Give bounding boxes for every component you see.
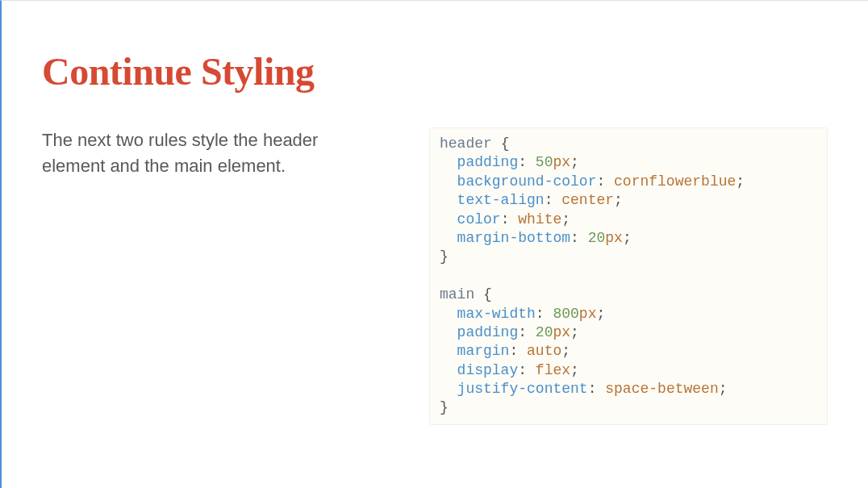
css-selector: header xyxy=(440,136,492,152)
css-brace: } xyxy=(440,399,449,415)
css-property: margin-bottom xyxy=(457,230,570,246)
css-brace: { xyxy=(501,136,510,152)
css-number: 20 xyxy=(536,324,553,340)
css-selector: main xyxy=(440,286,474,302)
css-unit: px xyxy=(605,230,623,246)
css-code-block: header { padding: 50px; background-color… xyxy=(429,127,828,425)
css-colon: : xyxy=(501,211,510,227)
css-colon: : xyxy=(545,192,553,208)
css-unit: px xyxy=(579,306,597,322)
slide-content: The next two rules style the header elem… xyxy=(42,127,828,425)
css-property: margin xyxy=(457,343,510,359)
slide-description: The next two rules style the header elem… xyxy=(42,127,381,179)
css-number: 800 xyxy=(553,306,578,322)
css-semicolon: ; xyxy=(623,230,632,246)
css-property: padding xyxy=(457,324,519,340)
css-value: auto xyxy=(527,343,561,359)
css-colon: : xyxy=(588,381,597,397)
css-semicolon: ; xyxy=(719,381,728,397)
css-colon: : xyxy=(518,154,527,170)
text-column: The next two rules style the header elem… xyxy=(42,127,381,425)
css-semicolon: ; xyxy=(561,211,570,227)
css-semicolon: ; xyxy=(570,324,579,340)
css-value: cornflowerblue xyxy=(614,173,736,190)
css-unit: px xyxy=(553,324,570,340)
css-property: color xyxy=(457,211,501,227)
css-semicolon: ; xyxy=(570,362,579,378)
css-value: center xyxy=(561,192,614,208)
css-brace: { xyxy=(483,286,492,302)
css-value: flex xyxy=(536,362,570,378)
css-property: padding xyxy=(457,154,519,170)
css-number: 50 xyxy=(536,154,553,170)
code-column: header { padding: 50px; background-color… xyxy=(429,127,828,425)
slide-title: Continue Styling xyxy=(42,49,828,94)
css-property: background-color xyxy=(457,173,597,190)
css-semicolon: ; xyxy=(736,173,745,190)
css-property: text-align xyxy=(457,192,545,208)
css-semicolon: ; xyxy=(570,154,579,170)
css-number: 20 xyxy=(588,230,606,246)
css-colon: : xyxy=(518,324,527,340)
css-property: display xyxy=(457,362,519,378)
css-semicolon: ; xyxy=(596,306,605,322)
css-semicolon: ; xyxy=(561,343,570,359)
css-property: justify-content xyxy=(457,381,588,397)
css-value: space-between xyxy=(605,381,718,397)
slide: Continue Styling The next two rules styl… xyxy=(2,1,868,449)
css-colon: : xyxy=(536,306,545,322)
css-unit: px xyxy=(553,154,570,170)
css-brace: } xyxy=(440,248,449,265)
css-colon: : xyxy=(596,173,605,190)
css-colon: : xyxy=(509,343,518,359)
css-colon: : xyxy=(518,362,527,378)
css-property: max-width xyxy=(457,306,536,322)
css-colon: : xyxy=(570,230,579,246)
css-semicolon: ; xyxy=(614,192,623,208)
css-value: white xyxy=(518,211,561,227)
